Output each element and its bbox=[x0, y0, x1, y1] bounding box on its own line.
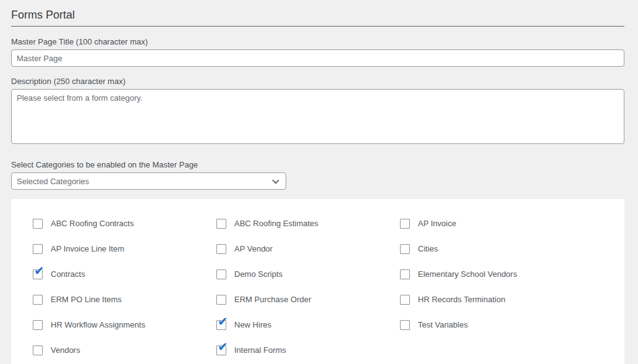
checkbox-unchecked-icon[interactable] bbox=[33, 295, 43, 305]
category-label: AP Vendor bbox=[234, 244, 273, 253]
category-label: ERM PO Line Items bbox=[51, 295, 122, 304]
checkmark-icon: ✔ bbox=[34, 265, 45, 277]
category-label: HR Records Termination bbox=[418, 295, 505, 304]
categories-select-field: Select Categories to be enabled on the M… bbox=[11, 160, 624, 190]
checkbox-unchecked-icon[interactable] bbox=[400, 320, 410, 330]
checkbox-checked-icon[interactable]: ✔ bbox=[216, 345, 226, 355]
description-input[interactable]: Please select from a form category. bbox=[11, 89, 624, 144]
category-label: Demo Scripts bbox=[234, 269, 283, 279]
categories-column: ABC Roofing EstimatesAP VendorDemo Scrip… bbox=[216, 218, 400, 355]
checkbox-unchecked-icon[interactable] bbox=[400, 244, 410, 254]
category-checkbox-item[interactable]: ABC Roofing Contracts bbox=[33, 218, 216, 229]
categories-grid: ABC Roofing ContractsAP Invoice Line Ite… bbox=[33, 218, 584, 355]
category-label: Cities bbox=[418, 244, 438, 253]
master-page-title-input[interactable] bbox=[11, 49, 624, 67]
category-label: Vendors bbox=[51, 345, 80, 355]
category-checkbox-item[interactable]: ERM PO Line Items bbox=[33, 294, 216, 305]
checkbox-checked-icon[interactable]: ✔ bbox=[33, 269, 43, 279]
checkbox-unchecked-icon[interactable] bbox=[33, 244, 43, 254]
category-checkbox-item[interactable]: ABC Roofing Estimates bbox=[216, 218, 400, 229]
category-label: ABC Roofing Contracts bbox=[51, 219, 134, 228]
checkbox-unchecked-icon[interactable] bbox=[400, 219, 410, 229]
checkbox-unchecked-icon[interactable] bbox=[216, 219, 226, 229]
checkmark-icon: ✔ bbox=[218, 315, 228, 328]
category-checkbox-item[interactable]: HR Workflow Assignments bbox=[33, 320, 216, 330]
checkbox-unchecked-icon[interactable] bbox=[33, 345, 43, 355]
description-field: Description (250 character max) Please s… bbox=[11, 77, 624, 146]
categories-select-value: Selected Categories bbox=[17, 177, 89, 186]
category-label: Elementary School Vendors bbox=[418, 269, 517, 279]
checkbox-unchecked-icon[interactable] bbox=[33, 219, 43, 229]
category-label: Contracts bbox=[51, 269, 85, 279]
categories-panel: ABC Roofing ContractsAP Invoice Line Ite… bbox=[11, 199, 624, 364]
category-checkbox-item[interactable]: ✔Internal Forms bbox=[216, 345, 400, 355]
category-label: Test Variables bbox=[418, 320, 468, 329]
checkbox-unchecked-icon[interactable] bbox=[400, 269, 410, 279]
chevron-down-icon bbox=[272, 177, 279, 184]
category-checkbox-item[interactable]: AP Vendor bbox=[216, 243, 400, 254]
category-label: AP Invoice bbox=[418, 219, 456, 228]
checkbox-unchecked-icon[interactable] bbox=[400, 295, 410, 305]
categories-select[interactable]: Selected Categories bbox=[11, 172, 286, 190]
category-checkbox-item[interactable]: Test Variables bbox=[400, 320, 584, 330]
checkmark-icon: ✔ bbox=[218, 341, 228, 353]
checkbox-unchecked-icon[interactable] bbox=[216, 244, 226, 254]
title-divider bbox=[11, 26, 624, 27]
category-label: HR Workflow Assignments bbox=[51, 320, 145, 329]
page-title: Forms Portal bbox=[11, 9, 624, 22]
master-page-title-label: Master Page Title (100 character max) bbox=[11, 37, 624, 46]
categories-column: AP InvoiceCitiesElementary School Vendor… bbox=[400, 218, 584, 355]
checkbox-unchecked-icon[interactable] bbox=[33, 320, 43, 330]
category-checkbox-item[interactable]: ERM Purchase Order bbox=[216, 294, 400, 305]
category-label: ERM Purchase Order bbox=[234, 295, 311, 304]
category-checkbox-item[interactable]: ✔Contracts bbox=[33, 269, 216, 279]
checkbox-unchecked-icon[interactable] bbox=[216, 295, 226, 305]
categories-select-label: Select Categories to be enabled on the M… bbox=[11, 160, 624, 169]
categories-column: ABC Roofing ContractsAP Invoice Line Ite… bbox=[33, 218, 216, 355]
category-label: New Hires bbox=[234, 320, 271, 329]
category-checkbox-item[interactable]: Demo Scripts bbox=[216, 269, 400, 279]
checkbox-checked-icon[interactable]: ✔ bbox=[216, 320, 226, 330]
category-label: ABC Roofing Estimates bbox=[234, 219, 318, 228]
category-checkbox-item[interactable]: AP Invoice bbox=[400, 218, 584, 229]
category-label: Internal Forms bbox=[234, 345, 286, 355]
category-checkbox-item[interactable]: AP Invoice Line Item bbox=[33, 243, 216, 254]
description-label: Description (250 character max) bbox=[11, 77, 624, 86]
category-checkbox-item[interactable]: Vendors bbox=[33, 345, 216, 355]
category-checkbox-item[interactable]: HR Records Termination bbox=[400, 294, 584, 305]
forms-portal-page: Forms Portal Master Page Title (100 char… bbox=[0, 0, 638, 364]
checkbox-unchecked-icon[interactable] bbox=[216, 269, 226, 279]
category-checkbox-item[interactable]: Cities bbox=[400, 243, 584, 254]
category-label: AP Invoice Line Item bbox=[51, 244, 124, 253]
master-page-title-field: Master Page Title (100 character max) bbox=[11, 37, 624, 67]
category-checkbox-item[interactable]: ✔New Hires bbox=[216, 320, 400, 330]
category-checkbox-item[interactable]: Elementary School Vendors bbox=[400, 269, 584, 279]
